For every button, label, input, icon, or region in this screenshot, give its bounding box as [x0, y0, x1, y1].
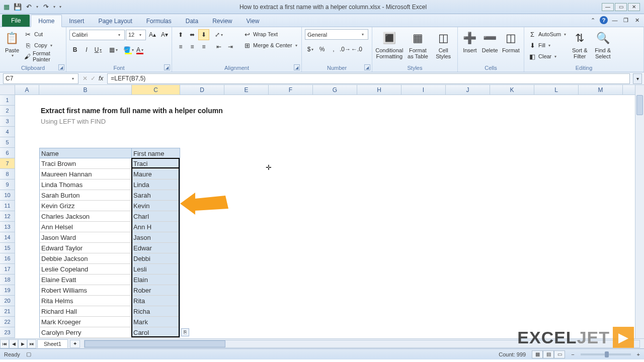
cell-C22[interactable]: Mark	[132, 317, 180, 327]
save-icon[interactable]: 💾	[13, 3, 22, 12]
sheet-nav-prev-icon[interactable]: ◀	[9, 339, 18, 348]
cell-C7[interactable]: Traci	[132, 158, 180, 169]
orientation-icon[interactable]: ⤢▾	[213, 29, 224, 40]
cut-button[interactable]: ✂Cut	[23, 29, 63, 39]
tab-home[interactable]: Home	[31, 15, 62, 27]
col-header-L[interactable]: L	[534, 85, 579, 95]
cell-B7[interactable]: Traci Brown	[39, 158, 132, 169]
borders-button[interactable]: ▦▾	[108, 44, 119, 55]
decrease-indent-icon[interactable]: ⇤	[213, 41, 224, 52]
autosum-button[interactable]: ΣAutoSum▾	[527, 29, 567, 39]
align-middle-icon[interactable]: ⬌	[187, 29, 198, 40]
format-as-table-button[interactable]: ▦Format as Table	[406, 29, 431, 59]
cell-B16[interactable]: Debbie Jackson	[39, 253, 132, 264]
qat-customize-icon[interactable]: ▾	[58, 3, 62, 12]
paste-button[interactable]: 📋 Paste ▾	[3, 29, 21, 58]
cell-B6[interactable]: Name	[39, 148, 132, 158]
cell-C9[interactable]: Linda	[132, 179, 180, 190]
cell-C18[interactable]: Elain	[132, 275, 180, 285]
merge-center-button[interactable]: ⊞Merge & Center▾	[242, 40, 298, 50]
formula-input[interactable]: =LEFT(B7,5)	[107, 73, 630, 84]
row-header-12[interactable]: 12	[0, 211, 15, 222]
align-right-icon[interactable]: ≡	[198, 41, 209, 52]
clipboard-launcher-icon[interactable]: ◢	[58, 64, 64, 70]
cell-B3[interactable]: Using LEFT with FIND	[39, 116, 190, 127]
find-select-button[interactable]: 🔍Find & Select	[592, 29, 613, 59]
increase-decimal-icon[interactable]: .0→	[340, 44, 351, 55]
workbook-close-icon[interactable]: ✕	[633, 16, 641, 24]
row-header-13[interactable]: 13	[0, 222, 15, 232]
maximize-button[interactable]: ▭	[615, 3, 627, 11]
cell-C21[interactable]: Richa	[132, 306, 180, 317]
font-name-select[interactable]: Calibri▾	[69, 30, 125, 40]
cell-B22[interactable]: Mark Kroeger	[39, 317, 132, 327]
cell-B11[interactable]: Kevin Grizz	[39, 201, 132, 211]
number-format-select[interactable]: General▾	[305, 29, 368, 40]
cells-area[interactable]: Extract first name from full name with a…	[15, 95, 635, 338]
cell-C17[interactable]: Lesli	[132, 264, 180, 275]
col-header-C[interactable]: C	[132, 85, 180, 95]
copy-button[interactable]: ⎘Copy▾	[23, 40, 63, 50]
delete-cells-button[interactable]: ➖Delete	[481, 29, 499, 53]
hscroll-thumb[interactable]	[85, 340, 225, 347]
col-header-A[interactable]: A	[15, 85, 39, 95]
row-header-9[interactable]: 9	[0, 179, 15, 190]
row-header-20[interactable]: 20	[0, 296, 15, 306]
enter-formula-icon[interactable]: ✓	[91, 75, 96, 82]
row-header-6[interactable]: 6	[0, 148, 15, 158]
cell-C6[interactable]: First name	[132, 148, 180, 158]
row-header-1[interactable]: 1	[0, 95, 15, 106]
font-launcher-icon[interactable]: ◢	[164, 64, 170, 70]
font-color-button[interactable]: A▾	[134, 44, 145, 55]
view-page-break-icon[interactable]: ▭	[554, 350, 565, 358]
worksheet-grid[interactable]: ABCDEFGHIJKLM 12345678910111213141516171…	[0, 85, 644, 338]
fill-color-button[interactable]: 🪣▾	[123, 44, 134, 55]
cell-styles-button[interactable]: ◫Cell Styles	[432, 29, 454, 59]
fx-icon[interactable]: fx	[99, 75, 103, 82]
accounting-format-icon[interactable]: $▾	[305, 44, 316, 55]
format-cells-button[interactable]: ◫Format	[501, 29, 521, 53]
sheet-nav-first-icon[interactable]: ⏮	[0, 339, 9, 348]
cell-C16[interactable]: Debbi	[132, 253, 180, 264]
zoom-out-icon[interactable]: −	[571, 351, 574, 357]
row-header-3[interactable]: 3	[0, 116, 15, 127]
redo-dropdown-icon[interactable]: ▾	[52, 3, 56, 12]
col-header-J[interactable]: J	[446, 85, 490, 95]
shrink-font-icon[interactable]: A▾	[159, 29, 170, 40]
tab-view[interactable]: View	[239, 15, 267, 27]
fill-button[interactable]: ⬇Fill▾	[527, 40, 567, 50]
row-header-21[interactable]: 21	[0, 306, 15, 317]
tab-data[interactable]: Data	[179, 15, 205, 27]
cell-B18[interactable]: Elaine Evatt	[39, 275, 132, 285]
row-header-18[interactable]: 18	[0, 275, 15, 285]
zoom-slider[interactable]	[581, 353, 631, 355]
col-header-F[interactable]: F	[269, 85, 313, 95]
col-header-D[interactable]: D	[180, 85, 224, 95]
col-header-H[interactable]: H	[357, 85, 401, 95]
align-top-icon[interactable]: ⬆	[175, 29, 186, 40]
font-size-select[interactable]: 12▾	[126, 30, 146, 40]
align-bottom-icon[interactable]: ⬇	[198, 29, 209, 40]
cell-B20[interactable]: Rita Helms	[39, 296, 132, 306]
minimize-button[interactable]: —	[602, 3, 614, 11]
row-header-8[interactable]: 8	[0, 169, 15, 179]
cell-B17[interactable]: Leslie Copeland	[39, 264, 132, 275]
cell-C23[interactable]: Carol	[132, 327, 180, 338]
cell-B23[interactable]: Carolyn Perry	[39, 327, 132, 338]
undo-dropdown-icon[interactable]: ▾	[35, 3, 39, 12]
ribbon-minimize-icon[interactable]: ⌃	[589, 16, 597, 24]
row-header-10[interactable]: 10	[0, 190, 15, 201]
percent-format-icon[interactable]: %	[316, 44, 328, 55]
row-header-14[interactable]: 14	[0, 232, 15, 243]
cell-B19[interactable]: Robert Williams	[39, 285, 132, 296]
zoom-in-icon[interactable]: +	[637, 351, 640, 357]
cell-C12[interactable]: Charl	[132, 211, 180, 222]
align-left-icon[interactable]: ≡	[175, 41, 186, 52]
cancel-formula-icon[interactable]: ✕	[83, 75, 88, 82]
align-center-icon[interactable]: ≡	[187, 41, 198, 52]
tab-page-layout[interactable]: Page Layout	[91, 15, 139, 27]
row-header-17[interactable]: 17	[0, 264, 15, 275]
row-header-5[interactable]: 5	[0, 137, 15, 148]
scrollbar-thumb[interactable]	[636, 95, 643, 115]
cell-C19[interactable]: Rober	[132, 285, 180, 296]
